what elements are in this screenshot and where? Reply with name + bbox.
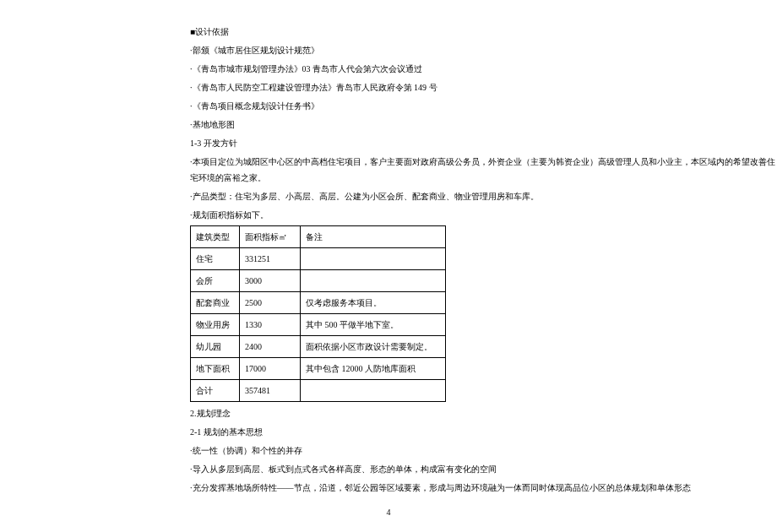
- cell-note: 其中 500 平做半地下室。: [301, 314, 446, 336]
- cell-note: 其中包含 12000 人防地库面积: [301, 358, 446, 380]
- cell-type: 会所: [191, 270, 240, 292]
- section-2-heading: 2.规划理念: [190, 405, 777, 421]
- bullet-spec-5: ·基地地形图: [190, 117, 777, 133]
- table-row: 幼儿园 2400 面积依据小区市政设计需要制定。: [191, 336, 446, 358]
- area-index-table: 建筑类型 面积指标㎡ 备注 住宅 331251 会所 3000 配套商业 250…: [190, 225, 446, 402]
- dev-guideline-paragraph: ·本项目定位为城阳区中心区的中高档住宅项目，客户主要面对政府高级公务员，外资企业…: [190, 154, 777, 186]
- th-note: 备注: [301, 226, 446, 248]
- section-1-3: 1-3 开发方针: [190, 135, 777, 151]
- th-type: 建筑类型: [191, 226, 240, 248]
- bullet-spec-2: ·《青岛市城市规划管理办法》03 青岛市人代会第六次会议通过: [190, 61, 777, 77]
- table-row: 会所 3000: [191, 270, 446, 292]
- area-index-intro: ·规划面积指标如下。: [190, 207, 777, 223]
- cell-type: 合计: [191, 380, 240, 402]
- table-row: 地下面积 17000 其中包含 12000 人防地库面积: [191, 358, 446, 380]
- table-row: 配套商业 2500 仅考虑服务本项目。: [191, 292, 446, 314]
- cell-type: 幼儿园: [191, 336, 240, 358]
- cell-type: 配套商业: [191, 292, 240, 314]
- bullet-spec-4: ·《青岛项目概念规划设计任务书》: [190, 98, 777, 114]
- table-row: 住宅 331251: [191, 248, 446, 270]
- cell-area: 17000: [240, 358, 301, 380]
- cell-area: 357481: [240, 380, 301, 402]
- concept-bullet-3: ·充分发挥基地场所特性——节点，沿道，邻近公园等区域要素，形成与周边环境融为一体…: [190, 480, 777, 496]
- cell-note: [301, 380, 446, 402]
- table-row: 物业用房 1330 其中 500 平做半地下室。: [191, 314, 446, 336]
- cell-area: 331251: [240, 248, 301, 270]
- cell-note: 面积依据小区市政设计需要制定。: [301, 336, 446, 358]
- cell-type: 地下面积: [191, 358, 240, 380]
- heading-design-basis: ■设计依据: [190, 24, 777, 40]
- cell-note: [301, 248, 446, 270]
- cell-note: 仅考虑服务本项目。: [301, 292, 446, 314]
- cell-area: 2400: [240, 336, 301, 358]
- product-type-line: ·产品类型：住宅为多层、小高层、高层。公建为小区会所、配套商业、物业管理用房和车…: [190, 188, 777, 204]
- cell-area: 2500: [240, 292, 301, 314]
- cell-area: 1330: [240, 314, 301, 336]
- th-area: 面积指标㎡: [240, 226, 301, 248]
- bullet-spec-1: ·部颁《城市居住区规划设计规范》: [190, 42, 777, 58]
- table-row: 合计 357481: [191, 380, 446, 402]
- page-number: 4: [0, 504, 777, 520]
- cell-note: [301, 270, 446, 292]
- table-header-row: 建筑类型 面积指标㎡ 备注: [191, 226, 446, 248]
- concept-bullet-2: ·导入从多层到高层、板式到点式各式各样高度、形态的单体，构成富有变化的空间: [190, 461, 777, 477]
- cell-area: 3000: [240, 270, 301, 292]
- cell-type: 住宅: [191, 248, 240, 270]
- section-2-1-heading: 2-1 规划的基本思想: [190, 424, 777, 440]
- concept-bullet-1: ·统一性（协调）和个性的并存: [190, 442, 777, 459]
- cell-type: 物业用房: [191, 314, 240, 336]
- bullet-spec-3: ·《青岛市人民防空工程建设管理办法》青岛市人民政府令第 149 号: [190, 79, 777, 95]
